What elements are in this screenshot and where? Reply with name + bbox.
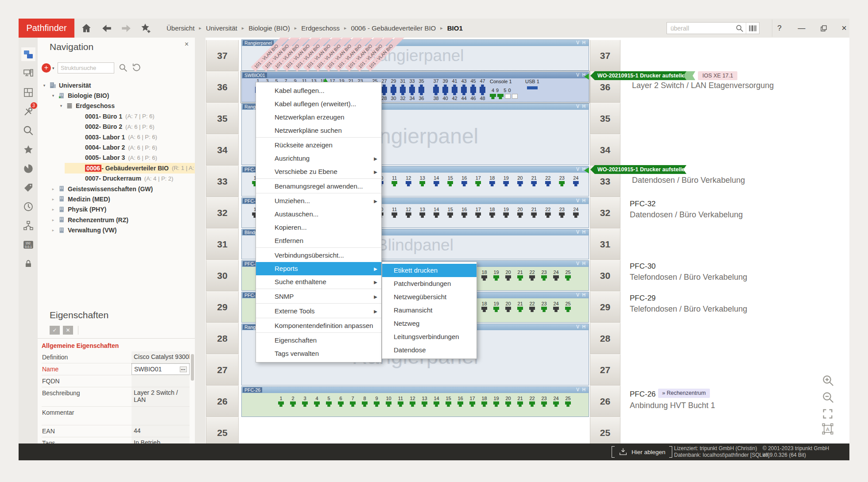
port-column[interactable]: 42 — [450, 90, 459, 101]
menu-item-label[interactable]: Entfernen — [275, 237, 303, 244]
room-number[interactable]: 0002 — [85, 123, 99, 130]
tree-node-label[interactable]: Geisteswissenschaften (GW) — [68, 185, 153, 193]
reports-module-icon[interactable] — [21, 162, 35, 175]
expander-icon[interactable]: ▾ — [59, 104, 63, 108]
port-column[interactable]: 24 — [569, 175, 583, 187]
port-column[interactable]: 17 — [471, 175, 485, 187]
rj45-port-icon[interactable] — [489, 181, 495, 186]
submenu-item[interactable]: Datendose — [382, 343, 477, 357]
tree-node-label[interactable]: Biologie (BIO) — [68, 92, 109, 99]
restore-button[interactable] — [814, 19, 833, 38]
rj45-port-icon[interactable] — [505, 401, 511, 407]
properties-scrollbar-thumb[interactable] — [191, 354, 194, 381]
rj45-port-icon[interactable] — [433, 85, 439, 90]
port-column[interactable]: 14 — [430, 396, 442, 407]
sfp-port-icon[interactable] — [490, 94, 496, 99]
workorder-banner[interactable]: WO-20210915-1 Drucker aufstelle — [590, 165, 686, 174]
menu-item-label[interactable]: Netzwerkpläne suchen — [275, 127, 342, 134]
breadcrumb-label[interactable]: Erdgeschoss — [299, 24, 341, 32]
property-value-text[interactable]: Layer 2 Switch / LAN — [134, 389, 178, 403]
port-column[interactable]: 20 — [502, 270, 514, 281]
context-menu-item[interactable]: Komponentendefinition anpassen ▶ — [256, 319, 381, 333]
rj45-port-icon[interactable] — [391, 181, 397, 186]
port-column[interactable]: 22 — [541, 175, 555, 187]
expander-icon[interactable]: ▸ — [51, 197, 55, 201]
room-number[interactable]: 0007 — [85, 175, 99, 182]
rj45-port-icon[interactable] — [481, 275, 487, 281]
front-back-toggle[interactable]: V H — [576, 40, 586, 45]
port-column[interactable]: 21 — [514, 270, 526, 281]
submenu-item[interactable]: Patchverbindungen — [382, 277, 477, 290]
rj45-port-icon[interactable] — [314, 401, 320, 407]
rj45-port-icon[interactable] — [517, 401, 523, 407]
rj45-port-icon[interactable] — [434, 212, 439, 218]
tree-node-floor[interactable]: ▾ Erdgeschoss — [38, 101, 195, 111]
toggle-labels-icon[interactable]: A — [822, 423, 835, 436]
context-menu-item[interactable]: Umziehen... ▶ — [256, 194, 381, 208]
port-column[interactable]: 16 — [454, 396, 466, 407]
rj45-port-icon[interactable] — [434, 181, 439, 186]
port-column[interactable]: 15 — [442, 396, 454, 407]
drop-target[interactable]: Hier ablegen — [612, 446, 672, 458]
rj45-port-icon[interactable] — [559, 212, 565, 218]
context-menu-item[interactable]: Kopieren... ▶ — [256, 221, 381, 234]
tree-node-label[interactable]: Rechenzentrum (RZ) — [68, 216, 128, 224]
room-name[interactable]: - Büro 2 — [99, 123, 122, 130]
port-column[interactable]: 21 — [527, 207, 541, 218]
rj45-port-icon[interactable] — [517, 181, 523, 186]
menu-item-label[interactable]: Suche enthaltene — [275, 278, 326, 285]
port-column[interactable]: 25 — [562, 270, 574, 281]
rj45-port-icon[interactable] — [493, 401, 499, 407]
rj45-port-icon[interactable] — [531, 212, 537, 218]
tree-node-room[interactable]: 0001 - Büro 1 (A: 7 | P: 6) — [38, 111, 195, 121]
port-column[interactable] — [426, 90, 431, 101]
rj45-port-icon[interactable] — [461, 90, 467, 95]
rj45-port-icon[interactable] — [391, 85, 396, 90]
rj45-port-icon[interactable] — [338, 401, 344, 407]
zoom-in-icon[interactable] — [822, 374, 835, 387]
rj45-port-icon[interactable] — [475, 181, 481, 186]
port-column[interactable]: 12 — [402, 175, 416, 187]
rj45-port-icon[interactable] — [565, 307, 571, 312]
rj45-port-icon[interactable] — [541, 307, 547, 312]
breadcrumb-item[interactable]: Universität ▸ — [204, 24, 247, 32]
tags-module-icon[interactable] — [21, 181, 35, 194]
rj45-port-icon[interactable] — [419, 212, 425, 218]
rj45-port-icon[interactable] — [447, 212, 453, 218]
rj45-port-icon[interactable] — [505, 275, 511, 281]
context-menu-item[interactable]: Tags verwalten ▶ — [256, 347, 381, 360]
tree-node-room[interactable]: 0005 - Labor 3 (A: 6 | P: 6) — [38, 153, 195, 163]
rj45-port-icon[interactable] — [480, 85, 485, 90]
port-column[interactable]: 1 — [275, 396, 287, 407]
rj45-port-icon[interactable] — [470, 85, 476, 90]
rj45-port-icon[interactable] — [400, 90, 406, 95]
add-node-caret-icon[interactable]: ▾ — [52, 66, 54, 70]
expander-icon[interactable]: ▸ — [51, 207, 55, 212]
property-value[interactable] — [132, 375, 190, 387]
rj45-port-icon[interactable] — [461, 212, 467, 218]
property-value-text[interactable]: In Betrieb — [134, 439, 160, 443]
rj45-port-icon[interactable] — [529, 307, 535, 312]
panel-pfc26[interactable]: PFC-26 V H 1 2 3 — [241, 386, 589, 417]
context-menu-item[interactable]: Ausrichtung ▶ — [256, 152, 381, 165]
port-column[interactable]: 23 — [555, 175, 569, 187]
port-column[interactable]: 7 — [347, 396, 359, 407]
port-column[interactable]: 4 — [311, 396, 323, 407]
rj45-port-icon[interactable] — [565, 401, 571, 407]
tree-node-department[interactable]: ▾ Biologie (BIO) — [38, 90, 195, 100]
menu-item-label[interactable]: Etikett drucken — [394, 266, 438, 274]
rj45-port-icon[interactable] — [559, 181, 565, 186]
port-column[interactable]: 31 — [398, 78, 407, 90]
property-value[interactable] — [132, 407, 190, 425]
tree-node-faculty[interactable]: ▸ Rechenzentrum (RZ) — [38, 215, 195, 225]
rj45-port-icon[interactable] — [410, 401, 415, 407]
menu-item-label[interactable]: Datendose — [394, 346, 426, 354]
rj45-port-icon[interactable] — [469, 401, 475, 407]
port-column[interactable]: 5 — [323, 396, 335, 407]
port-column[interactable]: 25 — [562, 396, 574, 407]
menu-item-label[interactable]: Ausrichtung — [275, 154, 310, 162]
room-name[interactable]: - Büro 1 — [99, 113, 122, 120]
property-value-text[interactable]: 44 — [134, 427, 141, 434]
port-column[interactable]: 22 — [526, 270, 538, 281]
tree-node-label[interactable]: Universität — [59, 82, 91, 89]
